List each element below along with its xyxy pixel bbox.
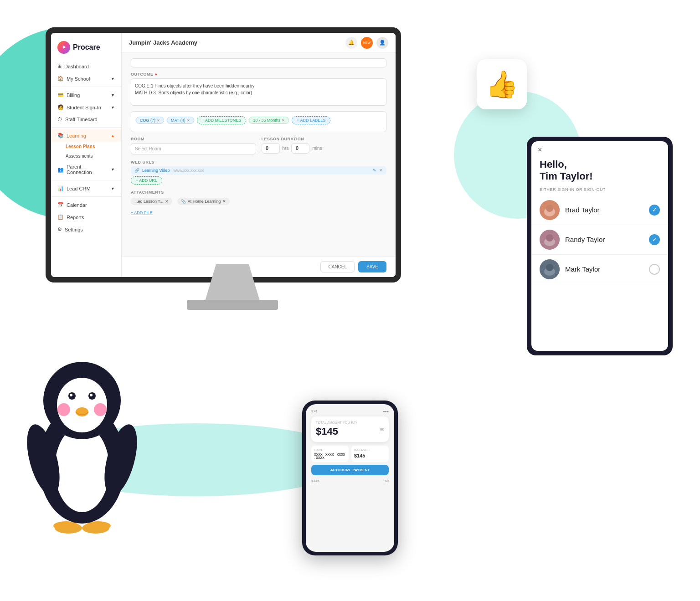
mark-check[interactable]: [649, 264, 660, 275]
sidebar-label-calendar: Calendar: [67, 202, 87, 208]
settings-icon: ⚙: [57, 226, 62, 232]
duration-col: LESSON DURATION hrs mins: [262, 137, 387, 154]
cancel-button[interactable]: CANCEL: [320, 261, 355, 272]
form-area: OUTCOME ● COG.E.1 Finds objects after th…: [122, 53, 396, 256]
tag-mat-label: MAT (4): [171, 118, 185, 123]
svg-point-21: [70, 394, 72, 396]
svg-point-24: [57, 403, 70, 416]
add-attachment-link[interactable]: + ADD FILE: [131, 211, 386, 215]
sidebar-item-studentsignin[interactable]: 🧑 Student Sign-In ▼: [51, 101, 121, 113]
phone-balance-info: BALANCE $145: [351, 446, 389, 462]
authorize-payment-btn[interactable]: AUTHORIZE PAYMENT: [311, 465, 389, 475]
sidebar-label-dashboard: Dashboard: [64, 64, 89, 69]
sidebar-item-myschool[interactable]: 🏠 My School ▼: [51, 72, 121, 85]
greeting-hello-text: Hello,: [540, 159, 567, 170]
divider: [51, 87, 121, 87]
person-row-brad[interactable]: Brad Taylor ✓: [531, 195, 668, 225]
phone-statusbar: 9:41 ●●●: [311, 410, 389, 413]
tag-mat-remove[interactable]: ✕: [187, 118, 190, 123]
sidebar-item-parentconnection[interactable]: 👥 Parent Connection ▼: [51, 161, 121, 178]
penguin: [23, 346, 141, 546]
phone-balance-value: $145: [354, 453, 386, 458]
chevron-down-icon: ▼: [111, 105, 115, 110]
sidebar-item-dashboard[interactable]: ⊞ Dashboard: [51, 60, 121, 72]
sidebar-item-leadcrm[interactable]: 📊 Lead CRM ▼: [51, 182, 121, 195]
person-row-mark[interactable]: Mark Taylor: [531, 255, 668, 284]
svg-point-25: [94, 403, 107, 416]
outcome-section: OUTCOME ● COG.E.1 Finds objects after th…: [131, 72, 386, 106]
timecard-icon: ⏱: [57, 117, 62, 122]
monitor-inner: ✦ Procare ⊞ Dashboard 🏠 My School ▼ 💳 Bi…: [51, 33, 396, 277]
sidebar-item-settings[interactable]: ⚙ Settings: [51, 223, 121, 236]
attachment1-remove[interactable]: ✕: [165, 199, 169, 204]
sidebar-item-calendar[interactable]: 📅 Calendar: [51, 199, 121, 211]
chevron-down-icon: ▼: [111, 186, 115, 191]
attachment2-label: At Home Learning: [188, 199, 221, 204]
sidebar-label-lessonplans: Lesson Plans: [66, 144, 95, 149]
tag-months-label: 18 - 35 Months: [253, 118, 280, 123]
monitor-base: [187, 300, 278, 310]
tag-months-remove[interactable]: ✕: [282, 118, 285, 123]
mark-avatar: [540, 259, 560, 279]
parent-icon: 👥: [57, 167, 64, 173]
person-row-randy[interactable]: Randy Taylor ✓: [531, 225, 668, 255]
tag-cog[interactable]: COG (7) ✕: [136, 117, 164, 124]
room-col: ROOM Select Room: [131, 137, 256, 154]
sidebar-item-assessments[interactable]: Assessments: [51, 151, 121, 161]
chevron-down-icon: ▼: [111, 77, 115, 81]
greeting-hello: Hello,: [540, 159, 660, 170]
url-item-label: Learning Video: [142, 168, 170, 173]
edit-icon[interactable]: ✎: [373, 168, 376, 173]
tag-months[interactable]: 18 - 35 Months ✕: [249, 117, 289, 124]
outcome-textarea[interactable]: COG.E.1 Finds objects after they have be…: [131, 78, 386, 106]
sidebar-label-myschool: My School: [67, 76, 90, 82]
url-remove-btn[interactable]: ✕: [379, 168, 383, 173]
sidebar-item-reports[interactable]: 📋 Reports: [51, 211, 121, 223]
phone: 9:41 ●●● TOTAL AMOUNT YOU PAY $145 00 CA…: [302, 401, 398, 555]
phone-card-label: CARD: [314, 448, 346, 452]
attachment2-remove[interactable]: ✕: [222, 199, 226, 204]
sidebar: ✦ Procare ⊞ Dashboard 🏠 My School ▼ 💳 Bi…: [51, 33, 122, 277]
attachment2: 📎 At Home Learning ✕: [177, 198, 230, 205]
duration-row: hrs mins: [262, 143, 387, 154]
sidebar-item-lessonplans[interactable]: Lesson Plans: [51, 142, 121, 151]
room-select[interactable]: Select Room: [131, 143, 256, 154]
attachment2-icon: 📎: [181, 199, 186, 204]
phone-card-info: CARD XXXX - XXXX - XXXX - XXXX: [311, 446, 349, 462]
sidebar-label-reports: Reports: [67, 215, 84, 220]
phone-card-value: XXXX - XXXX - XXXX - XXXX: [314, 453, 346, 459]
user-avatar-btn[interactable]: 👤: [376, 37, 388, 49]
svg-point-22: [90, 394, 93, 396]
tag-cog-remove[interactable]: ✕: [157, 118, 160, 123]
required-indicator: ●: [155, 72, 158, 77]
learning-icon: 📚: [57, 133, 64, 139]
notification-btn[interactable]: 🔔: [345, 37, 357, 49]
tablet-close-btn[interactable]: ×: [531, 141, 668, 156]
brad-check[interactable]: ✓: [649, 205, 660, 216]
randy-name: Randy Taylor: [565, 236, 643, 243]
main-content: Jumpin' Jacks Academy 🔔 NEW 👤 OUTCOME ●: [122, 33, 396, 277]
randy-check[interactable]: ✓: [649, 234, 660, 245]
sidebar-item-stafftimecard[interactable]: ⏱ Staff Timecard: [51, 113, 121, 125]
add-url-btn[interactable]: + ADD URL: [131, 176, 162, 185]
duration-hrs-input[interactable]: [262, 143, 280, 154]
home-icon: 🏠: [57, 76, 64, 82]
sidebar-item-billing[interactable]: 💳 Billing ▼: [51, 89, 121, 101]
duration-mins-input[interactable]: [291, 143, 309, 154]
add-labels-label: + ADD LABELS: [297, 118, 325, 123]
penguin-svg: [23, 346, 141, 537]
add-milestones-btn[interactable]: + ADD MILESTONES: [197, 116, 247, 124]
tag-mat[interactable]: MAT (4) ✕: [167, 117, 194, 124]
randy-avatar: [540, 230, 560, 250]
thumbsup-emoji: 👍: [485, 69, 518, 100]
sidebar-label-studentsignin: Student Sign-In: [67, 105, 101, 110]
add-labels-btn[interactable]: + ADD LABELS: [292, 116, 330, 124]
duration-label: LESSON DURATION: [262, 137, 387, 141]
tablet-subtitle: EITHER SIGN-IN OR SIGN-OUT: [531, 187, 668, 195]
save-button[interactable]: SAVE: [358, 261, 386, 272]
attachment1: ...ed Lesson T... ✕: [131, 198, 172, 205]
sidebar-label-learning: Learning: [67, 133, 86, 139]
greeting-name: Tim Taylor!: [540, 170, 660, 182]
new-badge: NEW: [361, 37, 373, 49]
sidebar-item-learning[interactable]: 📚 Learning ▲: [51, 129, 121, 142]
